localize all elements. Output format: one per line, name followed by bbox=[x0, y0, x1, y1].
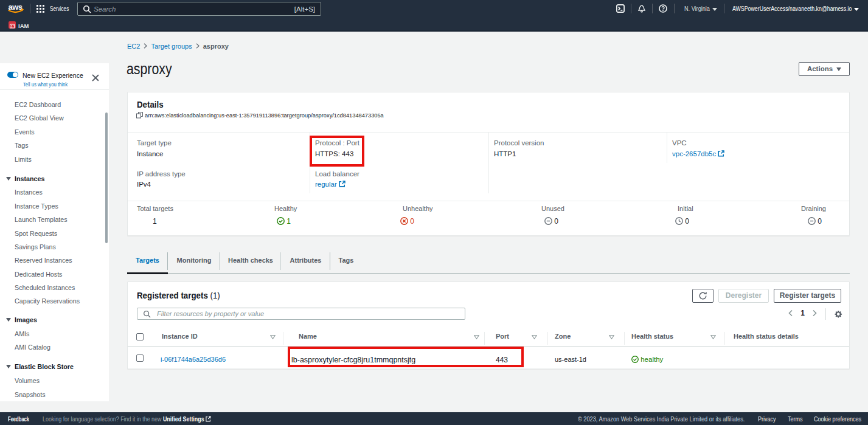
svg-text:aws: aws bbox=[9, 2, 23, 12]
